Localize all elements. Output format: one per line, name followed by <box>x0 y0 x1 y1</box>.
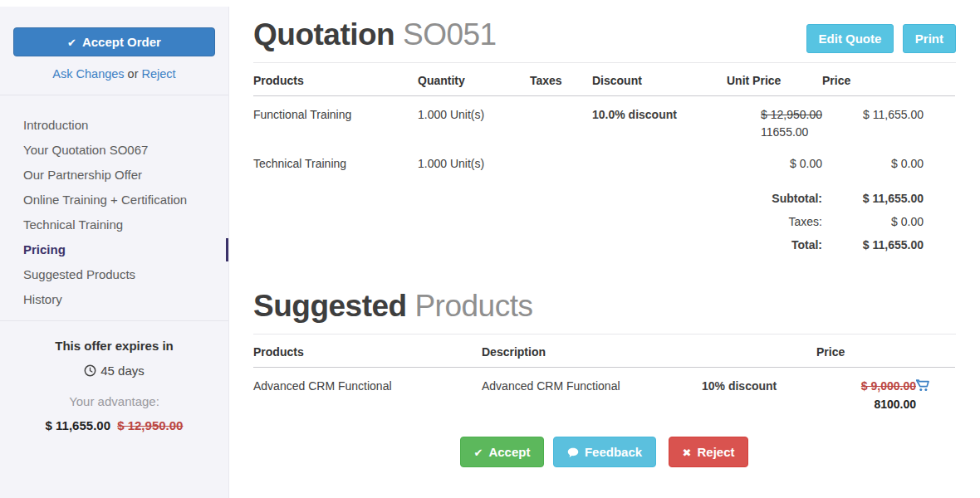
col-header-discount: Discount <box>592 63 727 96</box>
accept-label: Accept <box>488 445 530 459</box>
cell-discount <box>592 139 727 170</box>
expiry-days-row: 45 days <box>0 364 228 378</box>
suggested-title-light: Products <box>414 289 532 323</box>
cell-price: $ 11,655.00 <box>822 96 955 139</box>
quotation-table: Products Quantity Taxes Discount Unit Pr… <box>253 63 955 251</box>
sidebar-nav: Introduction Your Quotation SO067 Our Pa… <box>0 95 228 312</box>
col-header-products: Products <box>253 63 418 96</box>
advantage-prices: $ 11,655.00 $ 12,950.00 <box>0 418 228 432</box>
cell-product: Advanced CRM Functional <box>253 368 482 412</box>
sidebar-item-online-training[interactable]: Online Training + Certification <box>0 188 228 212</box>
table-row: Advanced CRM Functional Advanced CRM Fun… <box>253 368 955 412</box>
taxes-value: $ 0.00 <box>822 205 955 228</box>
clock-icon <box>84 364 96 377</box>
cell-unit-price: $ 0.00 <box>727 139 822 170</box>
table-row: Technical Training 1.000 Unit(s) $ 0.00 … <box>253 139 955 170</box>
cell-add-to-cart <box>916 368 955 412</box>
advantage-label: Your advantage: <box>0 394 228 408</box>
check-icon: ✔ <box>67 37 76 49</box>
decision-buttons: ✔Accept Feedback ✖Reject <box>253 437 955 467</box>
suggested-title-bold: Suggested <box>253 289 407 323</box>
cell-unit-price: $ 12,950.00 11655.00 <box>727 96 822 139</box>
accept-order-label: Accept Order <box>82 35 161 49</box>
reject-label: Reject <box>697 445 734 459</box>
suggested-products-table: Products Description Price Advanced CRM … <box>253 334 955 411</box>
main-content: Quotation SO051 Edit Quote Print Product… <box>229 0 980 498</box>
x-icon: ✖ <box>683 447 692 459</box>
page-title: Quotation SO051 <box>253 17 497 53</box>
cell-product: Technical Training <box>253 139 418 170</box>
accept-order-button[interactable]: ✔Accept Order <box>13 27 215 56</box>
check-icon: ✔ <box>474 447 483 459</box>
sidebar-item-pricing[interactable]: Pricing <box>0 237 228 262</box>
sidebar-item-suggested-products[interactable]: Suggested Products <box>0 262 228 287</box>
cell-price: $ 0.00 <box>822 139 955 170</box>
cell-discount: 10% discount <box>702 368 816 412</box>
col-header-products: Products <box>253 334 482 368</box>
total-row: Total: $ 11,655.00 <box>253 228 955 251</box>
col-header-cart <box>916 334 955 368</box>
sidebar-item-partnership-offer[interactable]: Our Partnership Offer <box>0 163 228 188</box>
col-header-price: Price <box>816 334 916 368</box>
or-text: or <box>128 67 139 81</box>
page-title-number: SO051 <box>403 17 497 51</box>
offer-expiry-box: This offer expires in 45 days Your advan… <box>0 339 228 432</box>
subtotal-row: Subtotal: $ 11,655.00 <box>253 170 955 205</box>
shopping-cart-icon[interactable] <box>916 379 929 392</box>
secondary-actions: Ask Changes or Reject <box>0 67 228 81</box>
page-header: Quotation SO051 Edit Quote Print <box>253 17 956 53</box>
suggested-table-header-row: Products Description Price <box>253 334 955 368</box>
table-row: Functional Training 1.000 Unit(s) 10.0% … <box>253 96 955 139</box>
edit-quote-button[interactable]: Edit Quote <box>806 24 894 53</box>
col-header-taxes: Taxes <box>530 63 592 96</box>
quotation-table-header-row: Products Quantity Taxes Discount Unit Pr… <box>253 63 955 96</box>
cell-description: Advanced CRM Functional <box>482 368 702 412</box>
suggested-price-new: 8100.00 <box>816 398 916 411</box>
col-header-empty <box>702 334 816 368</box>
total-label: Total: <box>253 228 822 251</box>
sidebar-item-technical-training[interactable]: Technical Training <box>0 212 228 237</box>
cell-price: $ 9,000.00 8100.00 <box>816 368 916 412</box>
suggested-price-old: $ 9,000.00 <box>816 379 916 393</box>
advantage-price: $ 11,655.00 <box>46 418 110 432</box>
col-header-quantity: Quantity <box>418 63 530 96</box>
feedback-button[interactable]: Feedback <box>553 437 656 467</box>
speech-bubble-icon <box>567 447 579 458</box>
advantage-old-price: $ 12,950.00 <box>117 418 183 432</box>
col-header-price: Price <box>822 63 955 96</box>
taxes-label: Taxes: <box>253 205 822 228</box>
cell-taxes <box>530 96 592 139</box>
reject-link[interactable]: Reject <box>142 67 176 81</box>
unit-price-old: $ 12,950.00 <box>761 108 822 121</box>
total-value: $ 11,655.00 <box>822 228 955 251</box>
print-button[interactable]: Print <box>903 24 956 53</box>
cell-quantity: 1.000 Unit(s) <box>418 139 530 170</box>
taxes-row: Taxes: $ 0.00 <box>253 205 955 228</box>
sidebar-item-introduction[interactable]: Introduction <box>0 113 228 138</box>
subtotal-label: Subtotal: <box>253 170 822 205</box>
sidebar: ✔Accept Order Ask Changes or Reject Intr… <box>0 7 229 498</box>
reject-button[interactable]: ✖Reject <box>669 437 749 467</box>
unit-price-new: 11655.00 <box>761 125 822 139</box>
col-header-unit-price: Unit Price <box>727 63 822 96</box>
sidebar-divider <box>0 320 228 321</box>
page-title-bold: Quotation <box>253 17 394 51</box>
cell-product: Functional Training <box>253 96 418 139</box>
col-header-description: Description <box>482 334 702 368</box>
expiry-days: 45 days <box>100 364 145 378</box>
subtotal-value: $ 11,655.00 <box>822 170 955 205</box>
quotation-page: ✔Accept Order Ask Changes or Reject Intr… <box>0 0 980 498</box>
cell-discount: 10.0% discount <box>592 96 727 139</box>
cell-taxes <box>530 139 592 170</box>
suggested-products-title: Suggested Products <box>253 288 956 325</box>
sidebar-item-your-quotation[interactable]: Your Quotation SO067 <box>0 138 228 163</box>
header-actions: Edit Quote Print <box>801 24 956 53</box>
cell-quantity: 1.000 Unit(s) <box>418 96 530 139</box>
feedback-label: Feedback <box>585 445 642 459</box>
expiry-heading: This offer expires in <box>0 339 228 353</box>
accept-button[interactable]: ✔Accept <box>460 437 545 467</box>
sidebar-item-history[interactable]: History <box>0 287 228 312</box>
ask-changes-link[interactable]: Ask Changes <box>52 67 124 81</box>
